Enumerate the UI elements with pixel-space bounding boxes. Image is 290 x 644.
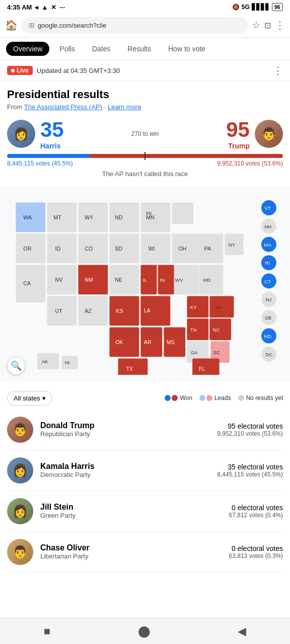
svg-text:MD: MD: [264, 334, 271, 339]
trump-info: Donald Trump Republican Party: [40, 421, 210, 438]
legend-won-label: Won: [180, 394, 192, 401]
all-states-dropdown[interactable]: All states ▾: [7, 391, 52, 406]
url-bar[interactable]: ⊞ google.com/search?clie: [22, 17, 248, 33]
svg-text:IL: IL: [143, 277, 148, 283]
harris-votes: 8,445,115 votes (45.5%): [7, 160, 73, 167]
tab-icon[interactable]: ⊡: [264, 21, 271, 30]
candidate-list: 👨 Donald Trump Republican Party 95 elect…: [0, 410, 290, 573]
svg-text:WA: WA: [23, 214, 32, 220]
menu-icon[interactable]: ⋮: [275, 19, 285, 31]
state-mt: [47, 202, 77, 232]
battery-icon: 96: [272, 3, 283, 11]
oliver-info: Chase Oliver Libertarian Party: [40, 543, 222, 560]
state-mn: [140, 202, 170, 232]
stein-party: Green Party: [40, 512, 222, 519]
svg-text:MT: MT: [53, 214, 61, 220]
location-icon: ◂: [35, 4, 38, 11]
trump-score: 95: [226, 118, 250, 142]
state-co: [78, 233, 108, 263]
svg-text:NJ: NJ: [266, 297, 272, 302]
svg-text:MA: MA: [264, 242, 271, 248]
oliver-votes-info: 0 electoral votes 63,813 votes (0.3%): [229, 544, 283, 559]
trump-party: Republican Party: [40, 430, 210, 438]
live-badge: Live: [7, 66, 33, 75]
svg-text:ND: ND: [115, 214, 123, 220]
tab-overview[interactable]: Overview: [6, 42, 49, 56]
state-sd: [109, 233, 139, 263]
filter-legend-row: All states ▾ Won Leads No results yet: [0, 387, 290, 410]
svg-text:NY: NY: [229, 242, 236, 248]
tab-polls[interactable]: Polls: [52, 42, 82, 56]
browser-bar: 🏠 ⊞ google.com/search?clie ☆ ⊡ ⋮: [0, 13, 290, 38]
svg-text:NC: NC: [213, 327, 220, 333]
harris-votes-info: 35 electoral votes 8,445,115 votes (45.5…: [217, 463, 283, 478]
legend-won: Won: [165, 394, 192, 401]
harris-name-label: Kamala Harris: [40, 462, 210, 471]
home-button[interactable]: 🏠: [5, 19, 18, 31]
svg-text:DE: DE: [265, 315, 271, 320]
trump-votes-info: 95 electoral votes 9,952,310 votes (53.6…: [217, 422, 283, 437]
svg-text:AK: AK: [42, 359, 48, 364]
won-red-dot: [172, 395, 178, 401]
x-twitter-icon: ✕: [51, 4, 56, 11]
stein-info: Jill Stein Green Party: [40, 503, 222, 519]
svg-text:UT: UT: [55, 308, 62, 314]
state-ks: [109, 296, 139, 326]
state-wi: [140, 233, 170, 263]
results-section: Presidential results From The Associated…: [0, 81, 290, 187]
svg-text:VT: VT: [264, 205, 270, 211]
stein-electoral: 0 electoral votes: [229, 504, 283, 512]
svg-text:NH: NH: [264, 224, 271, 229]
tab-dates[interactable]: Dates: [85, 42, 118, 56]
svg-text:DC: DC: [266, 352, 273, 357]
svg-text:AZ: AZ: [85, 308, 92, 314]
live-more-icon[interactable]: ⋮: [273, 64, 283, 76]
candidate-item-oliver: 👨 Chase Oliver Libertarian Party 0 elect…: [7, 532, 283, 573]
trump-popular: 9,952,310 votes (53.6%): [217, 430, 283, 437]
svg-text:OH: OH: [178, 246, 186, 252]
state-fl: [192, 358, 219, 374]
not-called-text: The AP hasn't called this race: [7, 170, 283, 178]
svg-text:MD: MD: [203, 277, 210, 283]
results-title: Presidential results: [7, 88, 283, 101]
svg-text:TN: TN: [190, 327, 197, 333]
nav-tabs: Overview Polls Dates Results How to vote: [0, 38, 290, 60]
url-text: google.com/search?clie: [38, 22, 107, 29]
results-source: From The Associated Press (AP) · Learn m…: [7, 103, 283, 111]
oliver-name-label: Chase Oliver: [40, 543, 222, 552]
live-updated-text: Updated at 04:35 GMT+3:30: [37, 67, 120, 74]
svg-text:KS: KS: [116, 308, 123, 314]
votes-row: 8,445,115 votes (45.5%) 9,952,310 votes …: [7, 160, 283, 167]
bookmark-icon[interactable]: ☆: [252, 20, 260, 31]
state-va: [209, 296, 234, 317]
svg-text:CT: CT: [264, 279, 271, 284]
svg-text:TX: TX: [126, 366, 133, 372]
svg-text:NE: NE: [115, 277, 122, 283]
state-ok: [109, 327, 139, 357]
candidate-item-trump: 👨 Donald Trump Republican Party 95 elect…: [7, 410, 283, 450]
zoom-button[interactable]: 🔍: [7, 357, 25, 375]
ap-link[interactable]: The Associated Press (AP): [24, 103, 102, 111]
tab-results[interactable]: Results: [120, 42, 158, 56]
state-mi-upper: [172, 202, 193, 224]
svg-text:KY: KY: [190, 304, 197, 310]
stein-popular: 67,812 votes (0.4%): [229, 512, 283, 519]
svg-text:OR: OR: [23, 246, 31, 252]
signal-bars: ▋▋▋▋: [252, 4, 270, 11]
progress-divider: [144, 152, 146, 160]
oliver-popular: 63,813 votes (0.3%): [229, 552, 283, 559]
oliver-electoral: 0 electoral votes: [229, 544, 283, 552]
state-md-de: [199, 265, 223, 294]
svg-text:WI: WI: [148, 246, 155, 252]
trump-electoral: 95 electoral votes: [217, 422, 283, 430]
state-nd: [109, 202, 139, 232]
trump-votes: 9,952,310 votes (53.6%): [217, 160, 283, 167]
trump-name-label: Donald Trump: [40, 421, 210, 430]
learn-more-link[interactable]: Learn more: [108, 103, 141, 111]
harris-electoral: 35 electoral votes: [217, 463, 283, 471]
tab-how-to-vote[interactable]: How to vote: [161, 42, 212, 56]
mute-icon: 🔕: [232, 4, 240, 11]
svg-text:VA: VA: [215, 304, 222, 310]
signal-icon: 5G: [242, 4, 250, 11]
url-icon: ⊞: [29, 21, 35, 29]
